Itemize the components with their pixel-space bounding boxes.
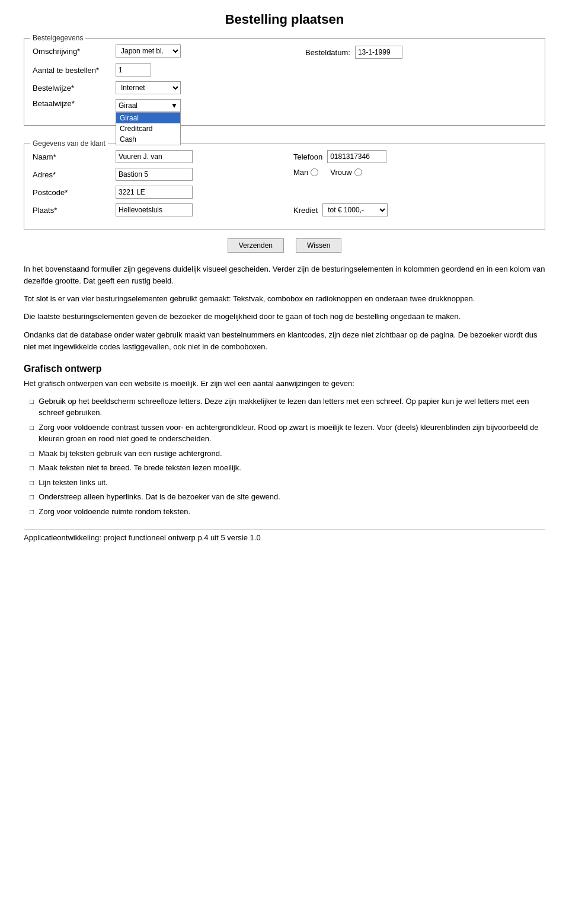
man-label: Man [293, 168, 308, 177]
besteldatum-input[interactable]: 13-1-1999 [355, 46, 402, 59]
body-para-3: Die laatste besturingselementen geven de… [24, 311, 545, 323]
adres-input[interactable] [116, 168, 193, 181]
betaalwijze-option-cash[interactable]: Cash [116, 134, 180, 145]
omschrijving-label: Omschrijving* [33, 47, 110, 56]
telefoon-label: Telefoon [293, 152, 322, 161]
button-row: Verzenden Wissen [24, 238, 545, 253]
betaalwijze-header[interactable]: Giraal ▼ [116, 99, 181, 112]
naam-label: Naam* [33, 152, 110, 161]
betaalwijze-option-giraal[interactable]: Giraal [116, 113, 180, 123]
telefoon-input[interactable] [327, 150, 386, 163]
body-para-1: In het bovenstaand formulier zijn gegeve… [24, 263, 545, 287]
krediet-label: Krediet [293, 206, 318, 215]
adres-label: Adres* [33, 170, 110, 179]
list-item-1: Gebruik op het beeldscherm schreefloze l… [30, 396, 545, 419]
body-para-2: Tot slot is er van vier besturingselemen… [24, 293, 545, 305]
krediet-select[interactable]: tot € 1000,- [322, 203, 388, 216]
bestelwijze-label: Bestelwijze* [33, 84, 110, 93]
naam-row: Naam* Telefoon [33, 150, 536, 163]
bestelwijze-row: Bestelwijze* Internet [33, 81, 536, 94]
page-title: Bestelling plaatsen [24, 12, 545, 27]
klantgegevens-fieldset: Gegevens van de klant Naam* Telefoon Adr… [24, 144, 545, 230]
bestelwijze-select-wrapper[interactable]: Internet [116, 81, 181, 94]
vrouw-label: Vrouw [330, 168, 351, 177]
plaats-input[interactable] [116, 203, 193, 216]
klantgegevens-legend: Gegevens van de klant [30, 139, 108, 148]
list-item-2: Zorg voor voldoende contrast tussen voor… [30, 422, 545, 445]
wissen-button[interactable]: Wissen [296, 238, 341, 253]
plaats-row: Plaats* Krediet tot € 1000,- [33, 203, 536, 216]
aantal-row: Aantal te bestellen* [33, 63, 536, 77]
bestelgegevens-legend: Bestelgegevens [30, 34, 85, 42]
grafisch-section-title: Grafisch ontwerp [24, 364, 545, 374]
list-item-3: Maak bij teksten gebruik van een rustige… [30, 448, 545, 460]
list-item-5: Lijn teksten links uit. [30, 477, 545, 489]
omschrijving-row: Omschrijving* Japon met bl. Besteldatum:… [33, 44, 536, 59]
krediet-select-wrapper[interactable]: tot € 1000,- [322, 203, 388, 216]
aantal-label: Aantal te bestellen* [33, 66, 110, 75]
vrouw-radio[interactable] [354, 168, 362, 176]
postcode-label: Postcode* [33, 188, 110, 197]
vrouw-radio-item: Vrouw [330, 168, 362, 177]
betaalwijze-selected: Giraal [119, 101, 138, 110]
postcode-input[interactable] [116, 186, 193, 199]
omschrijving-select-wrapper[interactable]: Japon met bl. [116, 44, 181, 58]
bestelwijze-select[interactable]: Internet [116, 81, 181, 94]
aantal-input[interactable] [116, 63, 151, 77]
verzenden-button[interactable]: Verzenden [228, 238, 284, 253]
grafisch-intro: Het grafisch ontwerpen van een website i… [24, 378, 545, 390]
dropdown-arrow-icon: ▼ [171, 101, 178, 110]
list-item-6: Onderstreep alleen hyperlinks. Dat is de… [30, 491, 545, 503]
man-radio[interactable] [311, 168, 318, 176]
bestelgegevens-fieldset: Bestelgegevens Omschrijving* Japon met b… [24, 38, 545, 126]
plaats-label: Plaats* [33, 206, 110, 215]
postcode-row: Postcode* [33, 186, 536, 199]
body-para-4: Ondanks dat de database onder water gebr… [24, 329, 545, 353]
list-item-7: Zorg voor voldoende ruimte rondom tekste… [30, 506, 545, 518]
grafisch-list: Gebruik op het beeldscherm schreefloze l… [24, 396, 545, 518]
man-radio-item: Man [293, 168, 318, 177]
footer-text: Applicatieontwikkeling: project function… [24, 533, 261, 542]
adres-row: Adres* Man Vrouw [33, 168, 536, 181]
footer: Applicatieontwikkeling: project function… [24, 529, 545, 542]
betaalwijze-option-creditcard[interactable]: Creditcard [116, 123, 180, 134]
betaalwijze-row: Betaalwijze* Giraal ▼ Giraal Creditcard … [33, 99, 536, 112]
betaalwijze-label: Betaalwijze* [33, 99, 110, 108]
besteldatum-label: Besteldatum: [305, 48, 350, 57]
betaalwijze-options-list: Giraal Creditcard Cash [116, 112, 181, 145]
naam-input[interactable] [116, 150, 193, 163]
list-item-4: Maak teksten niet te breed. Te brede tek… [30, 462, 545, 474]
betaalwijze-dropdown[interactable]: Giraal ▼ Giraal Creditcard Cash [116, 99, 181, 112]
omschrijving-select[interactable]: Japon met bl. [116, 44, 181, 58]
